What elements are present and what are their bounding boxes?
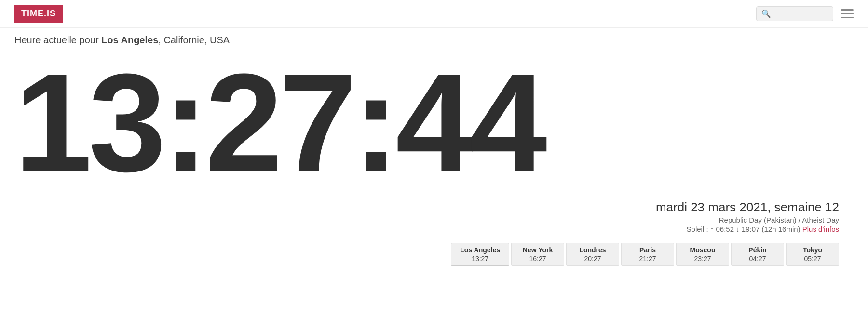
- city-times: Los Angeles13:27New York16:27Londres20:2…: [14, 238, 854, 276]
- city-name: Moscou: [685, 246, 720, 254]
- clock-display: 13:27:44: [14, 48, 854, 192]
- subtitle-city: Los Angeles: [101, 35, 158, 45]
- city-card[interactable]: Londres20:27: [566, 243, 619, 266]
- header-right: 🔍: [756, 6, 854, 21]
- city-time: 13:27: [460, 255, 500, 262]
- search-bar[interactable]: 🔍: [756, 6, 833, 21]
- city-name: Londres: [575, 246, 610, 254]
- hamburger-line-2: [841, 13, 854, 14]
- city-card[interactable]: Paris21:27: [621, 243, 674, 266]
- sun-line: Soleil : ↑ 06:52 ↓ 19:07 (12h 16min) Plu…: [14, 225, 839, 233]
- city-card[interactable]: New York16:27: [511, 243, 564, 266]
- city-time: 20:27: [575, 255, 610, 262]
- city-name: Pékin: [740, 246, 775, 254]
- city-card[interactable]: Pékin04:27: [731, 243, 784, 266]
- city-name: Tokyo: [795, 246, 830, 254]
- city-time: 16:27: [520, 255, 555, 262]
- holiday-line: Republic Day (Pakistan) / Atheist Day: [14, 216, 839, 224]
- city-card[interactable]: Moscou23:27: [676, 243, 729, 266]
- city-name: Los Angeles: [460, 246, 500, 254]
- date-line: mardi 23 mars 2021, semaine 12: [14, 200, 839, 215]
- city-time: 05:27: [795, 255, 830, 262]
- hamburger-line-1: [841, 9, 854, 11]
- search-icon: 🔍: [761, 9, 771, 18]
- city-name: Paris: [630, 246, 665, 254]
- city-time: 23:27: [685, 255, 720, 262]
- search-input[interactable]: [773, 10, 831, 18]
- subtitle-prefix: Heure actuelle pour: [14, 35, 101, 45]
- city-card[interactable]: Tokyo05:27: [786, 243, 839, 266]
- subtitle-suffix: , Californie, USA: [158, 35, 230, 45]
- city-name: New York: [520, 246, 555, 254]
- city-card[interactable]: Los Angeles13:27: [451, 243, 509, 266]
- hamburger-line-3: [841, 17, 854, 18]
- menu-button[interactable]: [841, 9, 854, 18]
- main-content: 13:27:44 mardi 23 mars 2021, semaine 12 …: [0, 48, 868, 276]
- logo[interactable]: TIME.IS: [14, 5, 63, 23]
- sun-info-link[interactable]: Plus d'infos: [802, 225, 839, 233]
- city-time: 21:27: [630, 255, 665, 262]
- city-time: 04:27: [740, 255, 775, 262]
- sun-text: Soleil : ↑ 06:52 ↓ 19:07 (12h 16min): [687, 225, 800, 233]
- header: TIME.IS 🔍: [0, 0, 868, 28]
